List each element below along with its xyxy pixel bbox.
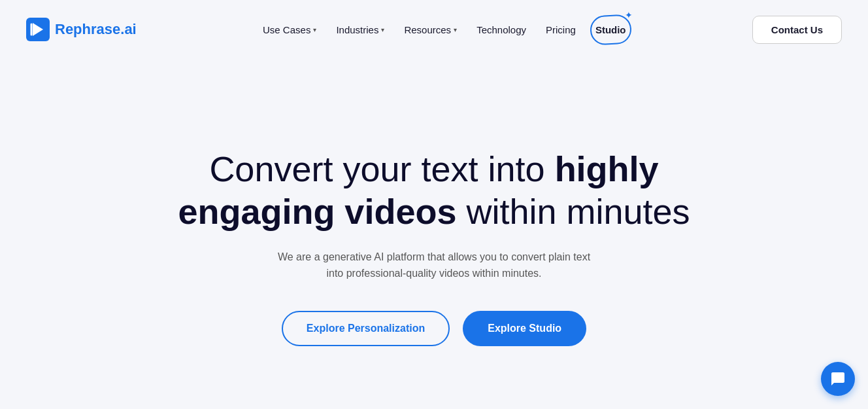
nav-item-studio[interactable]: ✦ Studio <box>588 19 634 41</box>
chevron-down-icon: ▾ <box>313 26 316 33</box>
chevron-down-icon: ▾ <box>381 26 384 33</box>
hero-title: Convert your text into highly engaging v… <box>166 148 702 233</box>
navbar: Rephrase.ai Use Cases ▾ Industries ▾ Res… <box>0 0 868 59</box>
nav-links: Use Cases ▾ Industries ▾ Resources ▾ Tec… <box>255 19 634 41</box>
logo-text: Rephrase.ai <box>55 21 137 38</box>
chevron-down-icon: ▾ <box>454 26 457 33</box>
logo[interactable]: Rephrase.ai <box>26 18 137 41</box>
hero-section: Convert your text into highly engaging v… <box>0 59 868 409</box>
nav-item-technology[interactable]: Technology <box>469 19 534 41</box>
nav-item-use-cases[interactable]: Use Cases ▾ <box>255 19 324 41</box>
hero-subtitle: We are a generative AI platform that all… <box>271 249 597 282</box>
nav-item-industries[interactable]: Industries ▾ <box>328 19 392 41</box>
chat-icon <box>830 371 846 387</box>
chat-bubble-button[interactable] <box>821 362 855 396</box>
nav-item-pricing[interactable]: Pricing <box>538 19 584 41</box>
hero-buttons: Explore Personalization Explore Studio <box>282 311 586 346</box>
explore-studio-button[interactable]: Explore Studio <box>463 311 586 346</box>
nav-item-resources[interactable]: Resources ▾ <box>396 19 465 41</box>
contact-us-button[interactable]: Contact Us <box>752 16 842 44</box>
explore-personalization-button[interactable]: Explore Personalization <box>282 311 450 346</box>
spark-icon: ✦ <box>625 10 633 20</box>
